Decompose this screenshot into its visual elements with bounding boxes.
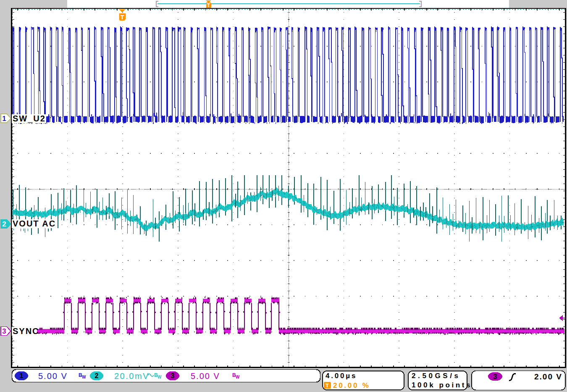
svg-text:20.0mV: 20.0mV <box>114 371 150 381</box>
svg-text:W: W <box>236 375 240 379</box>
svg-text:3: 3 <box>2 327 6 335</box>
svg-text:T: T <box>120 13 124 21</box>
svg-text:2: 2 <box>2 220 6 228</box>
svg-text:5.00 V: 5.00 V <box>38 371 68 381</box>
svg-text:VOUT AC: VOUT AC <box>13 219 56 228</box>
svg-text:3: 3 <box>494 373 497 380</box>
svg-text:2.50GS/s: 2.50GS/s <box>412 372 461 380</box>
svg-text:SYNC: SYNC <box>13 326 39 336</box>
svg-text:W: W <box>82 375 86 379</box>
svg-text:1: 1 <box>20 372 24 379</box>
svg-text:SW_U2: SW_U2 <box>13 114 46 123</box>
svg-text:4.00µs: 4.00µs <box>326 372 357 380</box>
svg-text:3: 3 <box>171 372 175 379</box>
svg-text:1: 1 <box>2 115 6 123</box>
svg-text:T: T <box>207 3 210 8</box>
svg-text:2.00 V: 2.00 V <box>534 372 562 381</box>
svg-text:T: T <box>326 382 329 389</box>
svg-text:2: 2 <box>95 372 99 379</box>
svg-text:100k points: 100k points <box>412 381 472 389</box>
svg-text:20.00 %: 20.00 % <box>333 381 370 389</box>
svg-text:W: W <box>158 375 162 379</box>
svg-text:5.00 V: 5.00 V <box>191 371 220 381</box>
